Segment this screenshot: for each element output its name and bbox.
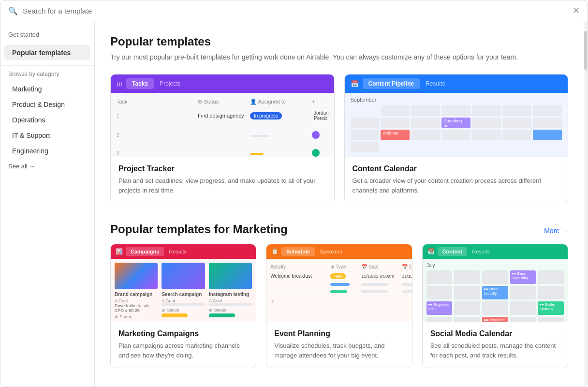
ep-icon: 📋	[271, 248, 279, 255]
marketing-templates-grid: 📊 Campaigns Results Brand campaign A Goa…	[110, 244, 568, 368]
ep-row1-end: 11/10/21 10:30am	[402, 274, 412, 279]
ep-col-type: ⊕ Type	[330, 264, 359, 269]
marketing-section-header: Popular templates for Marketing More →	[110, 223, 568, 236]
body-layout: Get started Popular templates Browse by …	[0, 21, 588, 387]
cc-tab-results[interactable]: Results	[420, 78, 451, 89]
cc-tab-pipeline[interactable]: Content Pipeline	[363, 78, 420, 89]
content-calendar-title: Content Calendar	[353, 164, 560, 173]
scrollbar-thumb[interactable]	[584, 31, 587, 70]
popular-templates-grid: ⊞ Tasks Projects Task ⊕ Status 👤 Assigne…	[110, 74, 568, 203]
mc-chart-icon: 📊	[116, 248, 123, 255]
ep-col-activity: Activity	[270, 264, 328, 269]
marketing-section-title: Popular templates for Marketing	[110, 223, 288, 236]
content-calendar-preview: 📅 Content Pipeline Results September	[345, 74, 568, 157]
sidebar-browse-label: Browse by category	[0, 71, 94, 81]
mc-card-instagram: Instagram testing A Goal ⊕ Status	[209, 263, 252, 322]
marketing-campaigns-title: Marketing Campaigns	[118, 329, 248, 338]
project-tracker-preview: ⊞ Tasks Projects Task ⊕ Status 👤 Assigne…	[111, 74, 334, 157]
sidebar-item-marketing[interactable]: Marketing	[4, 81, 90, 97]
sidebar-item-product-design[interactable]: Product & Design	[4, 97, 90, 112]
sidebar-item-popular-templates[interactable]: Popular templates	[4, 45, 90, 60]
template-card-content-calendar[interactable]: 📅 Content Pipeline Results September	[344, 74, 569, 203]
pt-row1-status: In progress	[250, 112, 282, 119]
social-media-body: Social Media Calendar See all scheduled …	[423, 322, 568, 368]
cc-month: September	[351, 97, 562, 103]
mc-tab-campaigns[interactable]: Campaigns	[126, 247, 164, 256]
ep-tab-speakers[interactable]: Speakers	[315, 247, 347, 256]
modal-container: 🔍 ✕ Get started Popular templates Browse…	[0, 0, 588, 387]
marketing-campaigns-desc: Plan campaigns across marketing channels…	[118, 341, 248, 360]
mc-card-search: Search campaign A Goal ⊕ Status	[162, 263, 205, 322]
social-media-desc: See all scheduled posts, manage the cont…	[430, 341, 560, 360]
pt-col-status: ⊕ Status	[198, 99, 246, 105]
project-tracker-desc: Plan and set deadlines, view progress, a…	[118, 176, 326, 195]
event-planning-preview: 📋 Schedule Speakers Activity ⊕ Type 📅 St…	[266, 244, 412, 322]
sidebar-see-all[interactable]: See all →	[0, 159, 94, 174]
ep-row1-activity: Welcome breakfast	[270, 273, 328, 279]
mc-tab-results[interactable]: Results	[164, 247, 191, 256]
sidebar: Get started Popular templates Browse by …	[0, 21, 95, 387]
sm-grid: ●● Easy Reporting ●● Drive security ●● E…	[426, 270, 564, 322]
pt-row3-status	[250, 153, 264, 155]
cc-grid: Spending on... Webinar	[351, 105, 562, 152]
sidebar-item-it-support[interactable]: IT & Support	[4, 128, 90, 143]
sidebar-item-engineering[interactable]: Engineering	[4, 143, 90, 159]
template-card-event-planning[interactable]: 📋 Schedule Speakers Activity ⊕ Type 📅 St…	[266, 244, 412, 368]
ep-col-start: 📅 Start	[361, 264, 400, 269]
pt-col-task: Task	[117, 99, 194, 105]
template-card-social-media[interactable]: 📅 Content Results July ●● Eas	[422, 244, 568, 368]
template-card-marketing-campaigns[interactable]: 📊 Campaigns Results Brand campaign A Goa…	[110, 244, 256, 368]
pt-tab-projects[interactable]: Projects	[154, 78, 186, 89]
project-tracker-title: Project Tracker	[118, 164, 326, 173]
ep-row1-start: 11/10/21 9:00am	[361, 274, 400, 279]
event-planning-title: Event Planning	[274, 329, 404, 338]
marketing-campaigns-body: Marketing Campaigns Plan campaigns acros…	[111, 322, 256, 368]
sidebar-item-operations[interactable]: Operations	[4, 112, 90, 128]
main-content: Popular templates Try our most popular p…	[95, 21, 584, 387]
ep-row1-type: Meal	[330, 273, 346, 279]
sidebar-get-started: Get started	[0, 31, 94, 45]
sm-tab-results[interactable]: Results	[467, 247, 495, 256]
popular-title: Popular templates	[110, 35, 568, 48]
marketing-campaigns-preview: 📊 Campaigns Results Brand campaign A Goa…	[111, 244, 256, 322]
scrollbar[interactable]	[584, 21, 588, 387]
event-planning-body: Event Planning Visualize schedules, trac…	[266, 322, 412, 368]
search-icon: 🔍	[8, 6, 18, 15]
more-link[interactable]: More →	[544, 227, 568, 235]
cc-calendar-icon: 📅	[351, 80, 359, 88]
social-media-preview: 📅 Content Results July ●● Eas	[423, 244, 568, 322]
pt-col-assigned: 👤 Assigned to	[250, 99, 308, 105]
social-media-title: Social Media Calendar	[430, 329, 560, 338]
sm-tab-content[interactable]: Content	[438, 247, 468, 256]
pt-row1-task: Find design agency	[198, 113, 246, 119]
project-tracker-body: Project Tracker Plan and set deadlines, …	[111, 157, 334, 203]
ep-col-end: 📅 End	[402, 264, 412, 269]
sm-month: July	[426, 263, 564, 268]
search-bar: 🔍 ✕	[0, 0, 588, 21]
sm-icon: 📅	[427, 248, 435, 255]
search-input[interactable]	[23, 7, 568, 15]
pt-col-add: +	[312, 99, 322, 105]
pt-tab-tasks[interactable]: Tasks	[126, 78, 154, 89]
template-card-project-tracker[interactable]: ⊞ Tasks Projects Task ⊕ Status 👤 Assigne…	[110, 74, 335, 203]
sidebar-divider	[0, 65, 94, 66]
event-planning-desc: Visualize schedules, track budgets, and …	[274, 341, 404, 360]
pt-grid-icon: ⊞	[117, 80, 122, 88]
ep-tab-schedule[interactable]: Schedule	[281, 247, 315, 256]
content-calendar-body: Content Calendar Get a broader view of y…	[345, 157, 568, 203]
mc-card-brand: Brand campaign A Goal Drive traffic to s…	[115, 263, 158, 322]
pt-row2-status	[250, 135, 269, 137]
content-calendar-desc: Get a broader view of your content creat…	[353, 176, 560, 195]
close-icon[interactable]: ✕	[573, 5, 580, 16]
popular-subtitle: Try our most popular pre-built templates…	[110, 52, 568, 62]
